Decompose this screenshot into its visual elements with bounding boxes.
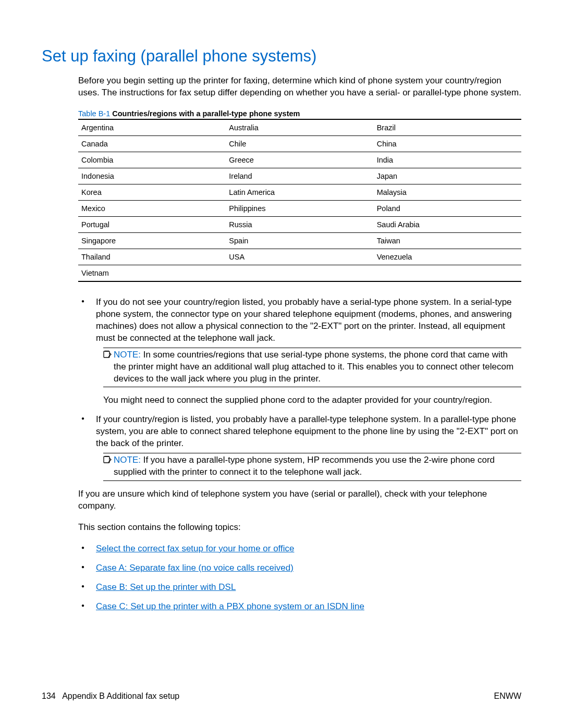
country-cell: Poland [374, 200, 521, 216]
note-label: NOTE: [114, 350, 141, 360]
table-row: ThailandUSAVenezuela [78, 249, 521, 265]
topic-link[interactable]: Case C: Set up the printer with a PBX ph… [96, 601, 364, 611]
country-cell [226, 265, 373, 281]
note-parallel: NOTE: If you have a parallel-type phone … [103, 453, 521, 481]
country-cell: Latin America [226, 184, 373, 200]
unsure-paragraph: If you are unsure which kind of telephon… [78, 488, 521, 512]
country-cell: Spain [226, 232, 373, 249]
note-text: If you have a parallel-type phone system… [114, 455, 495, 477]
bullet-serial-system: If you do not see your country/region li… [96, 297, 512, 343]
country-cell: Malaysia [374, 184, 521, 200]
list-item: Case C: Set up the printer with a PBX ph… [78, 601, 521, 613]
country-cell: Taiwan [374, 232, 521, 249]
country-cell: Russia [226, 216, 373, 232]
country-cell: Chile [226, 135, 373, 152]
country-cell: USA [226, 249, 373, 265]
intro-paragraph: Before you begin setting up the printer … [78, 75, 521, 99]
table-caption-title: Countries/regions with a parallel-type p… [110, 109, 300, 118]
country-cell: Japan [374, 168, 521, 184]
table-row: MexicoPhilippinesPoland [78, 200, 521, 216]
topic-link[interactable]: Select the correct fax setup for your ho… [96, 544, 294, 553]
topics-intro: This section contains the following topi… [78, 522, 521, 534]
country-cell: Brazil [374, 119, 521, 136]
table-row: KoreaLatin AmericaMalaysia [78, 184, 521, 200]
countries-table: ArgentinaAustraliaBrazilCanadaChileChina… [78, 119, 521, 282]
note-text: In some countries/regions that use seria… [114, 350, 513, 384]
country-cell: Portugal [78, 216, 226, 232]
note-icon [103, 350, 112, 359]
country-cell: Vietnam [78, 265, 226, 281]
country-cell: Singapore [78, 232, 226, 249]
table-row: SingaporeSpainTaiwan [78, 232, 521, 249]
topics-list: Select the correct fax setup for your ho… [78, 543, 521, 613]
note-serial: NOTE: In some countries/regions that use… [103, 348, 521, 388]
country-cell: Mexico [78, 200, 226, 216]
table-row: PortugalRussiaSaudi Arabia [78, 216, 521, 232]
note-label: NOTE: [114, 455, 141, 465]
appendix-title: Appendix B Additional fax setup [62, 692, 179, 700]
page-footer: 134 Appendix B Additional fax setup ENWW [42, 692, 521, 701]
list-item: Case B: Set up the printer with DSL [78, 582, 521, 594]
country-cell: Korea [78, 184, 226, 200]
country-cell: Indonesia [78, 168, 226, 184]
table-row: Vietnam [78, 265, 521, 281]
country-cell: Australia [226, 119, 373, 136]
country-cell: Argentina [78, 119, 226, 136]
country-cell: Ireland [226, 168, 373, 184]
page-title: Set up faxing (parallel phone systems) [42, 47, 521, 66]
country-cell: Colombia [78, 152, 226, 168]
topic-link[interactable]: Case A: Separate fax line (no voice call… [96, 563, 293, 573]
country-cell: Saudi Arabia [374, 216, 521, 232]
country-cell: Venezuela [374, 249, 521, 265]
table-row: IndonesiaIrelandJapan [78, 168, 521, 184]
note-icon [103, 455, 112, 464]
list-item: Select the correct fax setup for your ho… [78, 543, 521, 555]
bullet-parallel-system: If your country/region is listed, you pr… [96, 414, 518, 448]
country-cell [374, 265, 521, 281]
adapter-paragraph: You might need to connect the supplied p… [103, 394, 521, 406]
table-row: CanadaChileChina [78, 135, 521, 152]
page-number: 134 [42, 692, 56, 700]
table-row: ArgentinaAustraliaBrazil [78, 119, 521, 136]
list-item: Case A: Separate fax line (no voice call… [78, 562, 521, 574]
country-cell: Thailand [78, 249, 226, 265]
table-caption: Table B-1 Countries/regions with a paral… [78, 109, 521, 118]
topic-link[interactable]: Case B: Set up the printer with DSL [96, 582, 236, 592]
footer-right: ENWW [494, 692, 521, 701]
country-cell: China [374, 135, 521, 152]
country-cell: India [374, 152, 521, 168]
table-row: ColombiaGreeceIndia [78, 152, 521, 168]
table-caption-prefix: Table B-1 [78, 109, 110, 118]
country-cell: Greece [226, 152, 373, 168]
country-cell: Canada [78, 135, 226, 152]
country-cell: Philippines [226, 200, 373, 216]
